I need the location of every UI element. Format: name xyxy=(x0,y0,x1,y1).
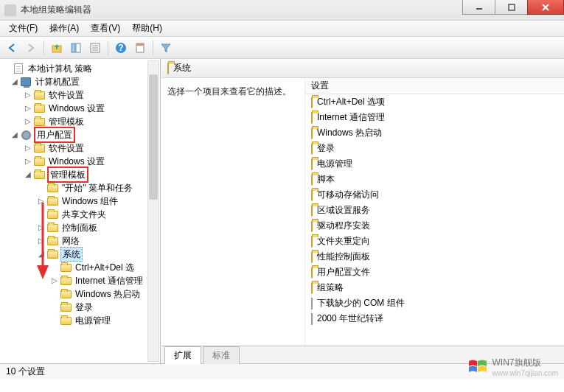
list-item-label: Internet 通信管理 xyxy=(317,111,385,124)
svg-text:?: ? xyxy=(118,43,123,53)
tree-cc-windows[interactable]: ▷ Windows 设置 xyxy=(1,102,159,115)
tree-scrollbar[interactable] xyxy=(147,60,159,362)
help-button[interactable]: ? xyxy=(112,39,130,57)
minimize-button[interactable] xyxy=(462,0,495,15)
collapse-icon[interactable]: ◢ xyxy=(37,248,46,261)
svg-rect-6 xyxy=(76,43,80,52)
list-item-label: 登录 xyxy=(317,142,335,155)
list-item[interactable]: 区域设置服务 xyxy=(305,203,564,218)
content-body: 选择一个项目来查看它的描述。 设置 Ctrl+Alt+Del 选项Interne… xyxy=(161,78,564,346)
scrollbar-thumb[interactable] xyxy=(149,74,158,200)
tree-label: 软件设置 xyxy=(47,88,86,102)
tab-standard[interactable]: 标准 xyxy=(203,346,240,364)
tree-label: 控制面板 xyxy=(60,221,99,234)
folder-icon xyxy=(311,221,313,231)
tree-computer-config[interactable]: ◢ 计算机配置 xyxy=(1,75,159,88)
tree-cc-software[interactable]: ▷ 软件设置 xyxy=(1,88,159,102)
list-item[interactable]: Windows 热启动 xyxy=(305,125,564,141)
folder-icon xyxy=(311,144,313,154)
menu-action[interactable]: 操作(A) xyxy=(43,20,85,37)
list-item-label: 2000 年世纪转译 xyxy=(317,312,383,325)
tree-sys-internet[interactable]: ▷ Internet 通信管理 xyxy=(1,274,159,287)
list-item[interactable]: 登录 xyxy=(305,141,564,156)
up-level-button[interactable] xyxy=(48,39,66,57)
list-item[interactable]: 脚本 xyxy=(305,172,564,187)
tree-uc-admin[interactable]: ◢ 管理模板 xyxy=(1,168,159,181)
tree-sys-ctrlaltdel[interactable]: Ctrl+Alt+Del 选 xyxy=(1,261,159,274)
list-item[interactable]: 用户配置文件 xyxy=(305,265,564,280)
folder-icon xyxy=(311,128,313,139)
list-item[interactable]: 下载缺少的 COM 组件 xyxy=(305,295,564,311)
tree-start-taskbar[interactable]: "开始" 菜单和任务 xyxy=(1,181,159,195)
expand-icon[interactable]: ▷ xyxy=(37,221,46,234)
menu-file[interactable]: 文件(F) xyxy=(3,20,43,37)
list-item[interactable]: 文件夹重定向 xyxy=(305,234,564,249)
tree-sys-power[interactable]: 电源管理 xyxy=(1,314,159,327)
toolbar-separator xyxy=(153,41,153,55)
nav-back-button[interactable] xyxy=(3,39,21,57)
nav-forward-button[interactable] xyxy=(22,39,40,57)
menu-bar: 文件(F) 操作(A) 查看(V) 帮助(H) xyxy=(0,21,564,37)
folder-icon xyxy=(60,315,72,326)
tree-system[interactable]: ◢ 系统 xyxy=(1,248,159,261)
folder-icon xyxy=(311,190,313,200)
folder-icon xyxy=(46,223,58,233)
folder-icon xyxy=(311,97,313,108)
tree-user-config[interactable]: ◢ 用户配置 xyxy=(1,128,159,141)
settings-column-header[interactable]: 设置 xyxy=(305,78,564,94)
expand-icon[interactable]: ▷ xyxy=(50,274,59,287)
folder-icon xyxy=(60,262,72,273)
expand-icon[interactable]: ▷ xyxy=(24,115,32,128)
filter-button[interactable] xyxy=(157,39,175,57)
status-bar: 10 个设置 xyxy=(0,363,564,379)
tree-shared-folders[interactable]: 共享文件夹 xyxy=(1,208,159,221)
collapse-icon[interactable]: ◢ xyxy=(10,128,19,141)
menu-view[interactable]: 查看(V) xyxy=(85,20,126,37)
tree-label: 网络 xyxy=(60,234,81,248)
tree-label: Windows 设置 xyxy=(47,102,106,115)
collapse-icon[interactable]: ◢ xyxy=(10,75,19,88)
list-item[interactable]: 电源管理 xyxy=(305,156,564,172)
collapse-icon[interactable]: ◢ xyxy=(24,168,32,181)
expand-icon[interactable]: ▷ xyxy=(37,195,46,208)
expand-icon[interactable]: ▷ xyxy=(24,155,32,168)
list-item[interactable]: 2000 年世纪转译 xyxy=(305,311,564,326)
content-header: 系统 xyxy=(161,59,564,78)
tree-uc-software[interactable]: ▷ 软件设置 xyxy=(1,141,159,155)
tree-network[interactable]: ▷ 网络 xyxy=(1,234,159,248)
tree-label: 用户配置 xyxy=(34,127,75,143)
expand-icon[interactable]: ▷ xyxy=(24,102,32,115)
tree-root[interactable]: 本地计算机 策略 xyxy=(1,62,159,75)
tree-control-panel[interactable]: ▷ 控制面板 xyxy=(1,221,159,234)
maximize-button[interactable] xyxy=(495,0,528,15)
properties-button[interactable] xyxy=(86,39,104,57)
list-item[interactable]: Ctrl+Alt+Del 选项 xyxy=(305,94,564,110)
tree-sys-logon[interactable]: 登录 xyxy=(1,301,159,314)
tree-win-components[interactable]: ▷ Windows 组件 xyxy=(1,195,159,208)
folder-icon xyxy=(46,183,58,193)
content-tabs: 扩展 标准 xyxy=(161,346,564,363)
tree-sys-winhot[interactable]: Windows 热启动 xyxy=(1,287,159,301)
list-item[interactable]: 可移动存储访问 xyxy=(305,187,564,203)
tree-cc-admin[interactable]: ▷ 管理模板 xyxy=(1,115,159,128)
policy-tree[interactable]: 本地计算机 策略 ◢ 计算机配置 ▷ 软件设置 ▷ Windows 设置 ▷ 管… xyxy=(1,62,159,327)
tree-label: 软件设置 xyxy=(47,141,86,155)
toolbar-separator xyxy=(108,41,108,55)
menu-help[interactable]: 帮助(H) xyxy=(126,20,168,37)
folder-icon xyxy=(46,236,58,246)
list-item[interactable]: Internet 通信管理 xyxy=(305,110,564,125)
description-column: 选择一个项目来查看它的描述。 xyxy=(161,78,305,346)
export-button[interactable] xyxy=(131,39,149,57)
list-item[interactable]: 驱动程序安装 xyxy=(305,218,564,234)
list-item-label: Windows 热启动 xyxy=(317,127,382,139)
tab-extended[interactable]: 扩展 xyxy=(164,346,201,364)
close-button[interactable] xyxy=(527,0,564,15)
expand-icon[interactable]: ▷ xyxy=(24,141,32,155)
list-item[interactable]: 组策略 xyxy=(305,280,564,295)
expand-icon[interactable]: ▷ xyxy=(37,234,46,248)
expand-icon[interactable]: ▷ xyxy=(24,88,32,102)
list-item[interactable]: 性能控制面板 xyxy=(305,249,564,265)
show-tree-button[interactable] xyxy=(67,39,85,57)
tree-label: 系统 xyxy=(60,247,83,262)
toolbar: ? xyxy=(0,37,564,59)
